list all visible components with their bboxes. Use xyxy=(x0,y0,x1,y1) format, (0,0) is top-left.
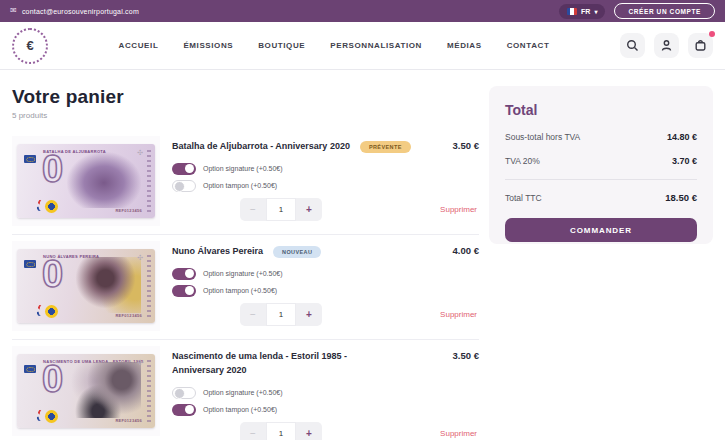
product-image[interactable]: NASCIMENTO DE UMA LENDA - ESTORIL 1985 0… xyxy=(12,346,160,436)
product-title[interactable]: Nuno Álvares Pereira xyxy=(172,245,263,259)
cart-button[interactable] xyxy=(688,33,713,58)
banknote-serial: REF0123456 xyxy=(115,208,142,213)
banknote-image: NASCIMENTO DE UMA LENDA - ESTORIL 1985 0… xyxy=(17,354,155,428)
option-signature-toggle[interactable] xyxy=(172,268,196,280)
total-label: Total TTC xyxy=(505,193,542,203)
knot-icon: ✣ xyxy=(137,254,143,262)
quantity-increase-button[interactable]: + xyxy=(296,422,322,440)
language-code: FR xyxy=(581,8,590,15)
nav-item-medias[interactable]: MÉDIAS xyxy=(447,41,482,50)
remove-item-link[interactable]: Supprimer xyxy=(440,310,477,319)
nav-item-boutique[interactable]: BOUTIQUE xyxy=(258,41,305,50)
product-price: 3.50 € xyxy=(453,140,479,151)
banknote-image: NUNO ÁLVARES PEREIRA 0 ✣ REF0123456 xyxy=(17,249,155,323)
euro-souvenir-logo xyxy=(45,305,58,318)
cart-section: Votre panier 5 produits BATALHA DE ALJUB… xyxy=(12,86,479,440)
language-selector[interactable]: FR ▾ xyxy=(559,4,605,19)
cart-item: BATALHA DE ALJUBARROTA 0 ✣ REF0123456 Ba… xyxy=(12,130,479,235)
option-signature-toggle[interactable] xyxy=(172,387,196,399)
banknote-artwork xyxy=(67,152,141,208)
remove-item-link[interactable]: Supprimer xyxy=(440,429,477,438)
quantity-stepper: − 1 + xyxy=(240,422,322,440)
summary-title: Total xyxy=(505,102,697,118)
option-tampon-toggle[interactable] xyxy=(172,404,196,416)
nav-item-accueil[interactable]: ACCUEIL xyxy=(119,41,159,50)
nav-item-contact[interactable]: CONTACT xyxy=(507,41,550,50)
site-logo[interactable]: € xyxy=(12,28,48,64)
quantity-increase-button[interactable]: + xyxy=(296,198,322,221)
envelope-icon: ✉ xyxy=(10,7,17,15)
cart-item: NUNO ÁLVARES PEREIRA 0 ✣ REF0123456 Nuno… xyxy=(12,235,479,340)
vat-label: TVA 20% xyxy=(505,156,540,166)
banknote-image: BATALHA DE ALJUBARROTA 0 ✣ REF0123456 xyxy=(17,144,155,218)
euro-flame-icon xyxy=(37,410,43,421)
option-label: Option signature (+0.50€) xyxy=(203,270,283,277)
option-label: Option tampon (+0.50€) xyxy=(203,182,277,189)
main-header: € ACCUEIL ÉMISSIONS BOUTIQUE PERSONNALIS… xyxy=(0,22,725,70)
status-badge: PRÉVENTE xyxy=(360,141,411,153)
order-summary-panel: Total Sous-total hors TVA 14.80 € TVA 20… xyxy=(489,86,713,244)
quantity-decrease-button[interactable]: − xyxy=(240,198,266,221)
checkout-button[interactable]: COMMANDER xyxy=(505,218,697,242)
option-label: Option tampon (+0.50€) xyxy=(203,287,277,294)
summary-divider xyxy=(505,179,697,180)
product-title[interactable]: Nascimento de uma lenda - Estoril 1985 -… xyxy=(172,350,390,378)
quantity-increase-button[interactable]: + xyxy=(296,303,322,326)
option-signature-toggle[interactable] xyxy=(172,163,196,175)
product-image[interactable]: BATALHA DE ALJUBARROTA 0 ✣ REF0123456 xyxy=(12,136,160,226)
search-button[interactable] xyxy=(620,33,645,58)
option-tampon-toggle[interactable] xyxy=(172,285,196,297)
quantity-value[interactable]: 1 xyxy=(266,303,296,326)
search-icon xyxy=(626,39,639,52)
total-value: 18.50 € xyxy=(665,192,697,203)
banknote-zero: 0 xyxy=(42,360,63,398)
product-image[interactable]: NUNO ÁLVARES PEREIRA 0 ✣ REF0123456 xyxy=(12,241,160,331)
vat-value: 3.70 € xyxy=(672,156,697,166)
euro-flame-icon xyxy=(37,200,43,211)
cart-icon xyxy=(694,39,707,52)
cart-badge xyxy=(709,31,715,37)
knot-icon: ✣ xyxy=(137,149,143,157)
banknote-edge-pattern xyxy=(147,360,151,422)
banknote-artwork xyxy=(67,257,141,313)
contact-email-text: contact@eurosouvenirportugal.com xyxy=(22,8,139,15)
product-price: 3.50 € xyxy=(453,350,479,361)
euro-flame-icon xyxy=(37,305,43,316)
euro-souvenir-logo xyxy=(45,410,58,423)
banknote-zero: 0 xyxy=(42,255,63,293)
account-button[interactable] xyxy=(654,33,679,58)
user-icon xyxy=(660,39,673,52)
quantity-value[interactable]: 1 xyxy=(266,198,296,221)
nav-item-personnalisation[interactable]: PERSONNALISATION xyxy=(330,41,422,50)
page-title: Votre panier xyxy=(12,86,479,108)
main-content: Votre panier 5 produits BATALHA DE ALJUB… xyxy=(0,70,725,440)
product-price: 4.00 € xyxy=(453,245,479,256)
banknote-serial: REF0123456 xyxy=(115,418,142,423)
eu-flag-icon xyxy=(24,260,36,268)
product-title[interactable]: Batalha de Aljubarrota - Anniversary 202… xyxy=(172,140,350,154)
remove-item-link[interactable]: Supprimer xyxy=(440,205,477,214)
quantity-decrease-button[interactable]: − xyxy=(240,422,266,440)
subtotal-label: Sous-total hors TVA xyxy=(505,132,580,142)
quantity-stepper: − 1 + xyxy=(240,303,322,326)
eu-flag-icon xyxy=(24,155,36,163)
quantity-value[interactable]: 1 xyxy=(266,422,296,440)
subtotal-value: 14.80 € xyxy=(667,132,697,142)
nav-item-emissions[interactable]: ÉMISSIONS xyxy=(183,41,233,50)
quantity-stepper: − 1 + xyxy=(240,198,322,221)
contact-email-link[interactable]: ✉ contact@eurosouvenirportugal.com xyxy=(10,7,139,15)
cart-items-list: BATALHA DE ALJUBARROTA 0 ✣ REF0123456 Ba… xyxy=(12,130,479,440)
quantity-decrease-button[interactable]: − xyxy=(240,303,266,326)
euro-souvenir-logo xyxy=(45,200,58,213)
cart-count: 5 produits xyxy=(12,111,479,120)
option-tampon-toggle[interactable] xyxy=(172,180,196,192)
banknote-zero: 0 xyxy=(42,150,63,188)
chevron-down-icon: ▾ xyxy=(594,8,597,15)
option-label: Option signature (+0.50€) xyxy=(203,389,283,396)
banknote-serial: REF0123456 xyxy=(115,313,142,318)
status-badge: NOUVEAU xyxy=(273,246,321,258)
create-account-button[interactable]: CRÉER UN COMPTE xyxy=(614,3,715,19)
banknote-edge-pattern xyxy=(147,150,151,212)
topbar: ✉ contact@eurosouvenirportugal.com FR ▾ … xyxy=(0,0,725,22)
option-label: Option signature (+0.50€) xyxy=(203,165,283,172)
